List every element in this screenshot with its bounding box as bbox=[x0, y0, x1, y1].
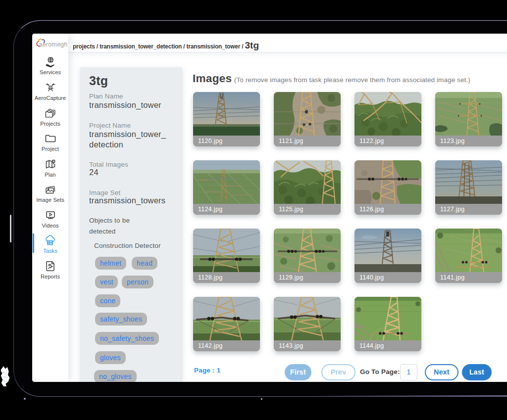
svg-text:aeromegh: aeromegh bbox=[39, 41, 68, 48]
